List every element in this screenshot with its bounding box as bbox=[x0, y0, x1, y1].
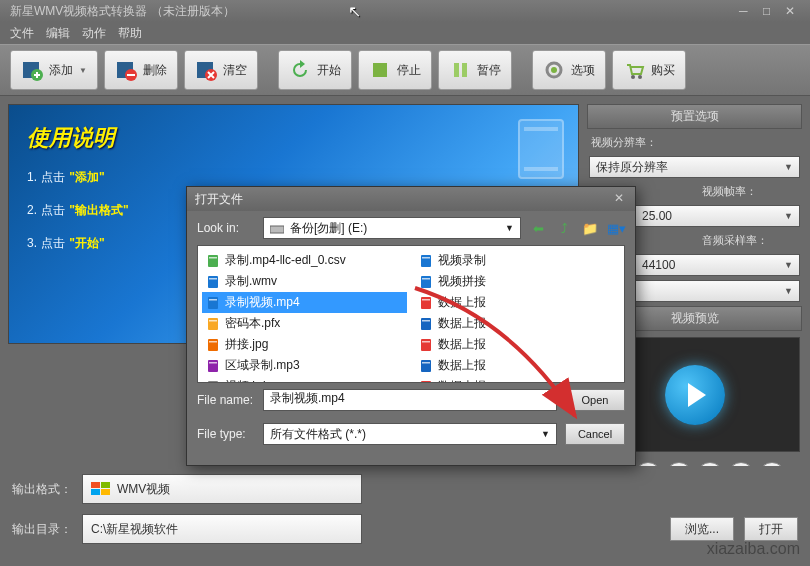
start-button[interactable]: 开始 bbox=[278, 50, 352, 90]
svg-point-12 bbox=[631, 75, 635, 79]
menu-file[interactable]: 文件 bbox=[10, 25, 34, 41]
svg-rect-25 bbox=[208, 318, 218, 330]
svg-point-13 bbox=[638, 75, 642, 79]
file-item[interactable]: 数据上报 bbox=[415, 355, 620, 376]
refresh-icon bbox=[289, 59, 311, 81]
filetype-label: File type: bbox=[197, 427, 255, 441]
banner-heading: 使用说明 bbox=[27, 123, 560, 153]
file-item[interactable]: 密码本.pfx bbox=[202, 313, 407, 334]
nav-up-icon[interactable]: ⤴ bbox=[555, 219, 573, 237]
filename-input[interactable]: 录制视频.mp4 bbox=[263, 389, 557, 411]
fps-select[interactable]: 25.00▼ bbox=[635, 205, 800, 227]
titlebar: 新星WMV视频格式转换器 （未注册版本） ─ □ ✕ bbox=[0, 0, 810, 22]
chevron-down-icon: ▼ bbox=[541, 429, 550, 439]
svg-rect-15 bbox=[101, 482, 110, 488]
window-title: 新星WMV视频格式转换器 （未注册版本） bbox=[10, 3, 235, 20]
windows-flag-icon bbox=[91, 482, 111, 496]
svg-rect-36 bbox=[422, 257, 430, 259]
svg-rect-37 bbox=[421, 276, 431, 288]
nav-newfolder-icon[interactable]: 📁 bbox=[581, 219, 599, 237]
file-item[interactable]: 拼接.jpg bbox=[202, 334, 407, 355]
svg-point-11 bbox=[551, 67, 557, 73]
film-add-icon bbox=[21, 59, 43, 81]
file-item[interactable]: 录制.wmv bbox=[202, 271, 407, 292]
output-format-select[interactable]: WMV视频 bbox=[82, 474, 362, 504]
open-dir-button[interactable]: 打开 bbox=[744, 517, 798, 541]
svg-rect-14 bbox=[91, 482, 100, 488]
file-item[interactable]: 视频.bd bbox=[202, 376, 407, 383]
svg-rect-20 bbox=[209, 257, 217, 259]
add-button[interactable]: 添加▼ bbox=[10, 50, 98, 90]
open-file-dialog: 打开文件 ✕ Look in: 备份[勿删] (E:) ▼ ⬅ ⤴ 📁 ▦▾ 录… bbox=[186, 186, 636, 466]
play-icon[interactable] bbox=[665, 365, 725, 425]
dialog-open-button[interactable]: Open bbox=[565, 389, 625, 411]
svg-rect-22 bbox=[209, 278, 217, 280]
svg-rect-16 bbox=[91, 489, 100, 495]
svg-rect-29 bbox=[208, 360, 218, 372]
menu-edit[interactable]: 编辑 bbox=[46, 25, 70, 41]
audiorate-select[interactable]: 44100▼ bbox=[635, 254, 800, 276]
pause-icon bbox=[449, 59, 471, 81]
dialog-close-icon[interactable]: ✕ bbox=[611, 191, 627, 207]
svg-rect-39 bbox=[421, 297, 431, 309]
file-item[interactable]: 数据上报 bbox=[415, 334, 620, 355]
svg-rect-7 bbox=[373, 63, 387, 77]
nav-back-icon[interactable]: ⬅ bbox=[529, 219, 547, 237]
stop-icon bbox=[369, 59, 391, 81]
lookin-select[interactable]: 备份[勿删] (E:) ▼ bbox=[263, 217, 521, 239]
output-dir-field[interactable]: C:\新星视频软件 bbox=[82, 514, 362, 544]
stop-button[interactable]: 停止 bbox=[358, 50, 432, 90]
file-item[interactable]: 数据上报 bbox=[415, 313, 620, 334]
dialog-cancel-button[interactable]: Cancel bbox=[565, 423, 625, 445]
file-item[interactable]: 数据上报 bbox=[415, 376, 620, 383]
svg-rect-17 bbox=[101, 489, 110, 495]
file-list[interactable]: 录制.mp4-llc-edl_0.csv录制.wmv录制视频.mp4密码本.pf… bbox=[197, 245, 625, 383]
maximize-icon[interactable]: □ bbox=[757, 4, 777, 18]
resolution-select[interactable]: 保持原分辨率▼ bbox=[589, 156, 800, 178]
svg-rect-24 bbox=[209, 299, 217, 301]
file-item[interactable]: 视频拼接 bbox=[415, 271, 620, 292]
svg-rect-43 bbox=[421, 339, 431, 351]
gear-icon bbox=[543, 59, 565, 81]
svg-rect-21 bbox=[208, 276, 218, 288]
file-item[interactable]: 录制.mp4-llc-edl_0.csv bbox=[202, 250, 407, 271]
resolution-label: 视频分辨率： bbox=[587, 133, 802, 152]
lookin-label: Look in: bbox=[197, 221, 255, 235]
svg-rect-19 bbox=[208, 255, 218, 267]
banner-line-1: 1. 点击 "添加" bbox=[27, 167, 560, 186]
audiorate-label: 音频采样率： bbox=[698, 231, 801, 250]
pause-button[interactable]: 暂停 bbox=[438, 50, 512, 90]
chevron-down-icon: ▼ bbox=[505, 223, 514, 233]
svg-rect-38 bbox=[422, 278, 430, 280]
file-item[interactable]: 视频录制 bbox=[415, 250, 620, 271]
chevron-down-icon: ▼ bbox=[784, 211, 793, 221]
chevron-down-icon: ▼ bbox=[79, 66, 87, 75]
output-bar: 输出格式： WMV视频 输出目录： C:\新星视频软件 浏览... 打开 bbox=[0, 466, 810, 566]
clear-button[interactable]: 清空 bbox=[184, 50, 258, 90]
close-icon[interactable]: ✕ bbox=[780, 4, 800, 18]
nav-view-icon[interactable]: ▦▾ bbox=[607, 219, 625, 237]
browse-button[interactable]: 浏览... bbox=[670, 517, 734, 541]
file-item[interactable]: 数据上报 bbox=[415, 292, 620, 313]
watermark: xiazaiba.com bbox=[707, 540, 800, 558]
main-window: ↖ 新星WMV视频格式转换器 （未注册版本） ─ □ ✕ 文件 编辑 动作 帮助… bbox=[0, 0, 810, 566]
output-format-label: 输出格式： bbox=[12, 481, 72, 498]
filetype-select[interactable]: 所有文件格式 (*.*)▼ bbox=[263, 423, 557, 445]
delete-button[interactable]: 删除 bbox=[104, 50, 178, 90]
minimize-icon[interactable]: ─ bbox=[733, 4, 753, 18]
film-clear-icon bbox=[195, 59, 217, 81]
svg-rect-28 bbox=[209, 341, 217, 343]
menu-action[interactable]: 动作 bbox=[82, 25, 106, 41]
chevron-down-icon: ▼ bbox=[784, 286, 793, 296]
file-item[interactable]: 区域录制.mp3 bbox=[202, 355, 407, 376]
menubar: 文件 编辑 动作 帮助 bbox=[0, 22, 810, 44]
options-button[interactable]: 选项 bbox=[532, 50, 606, 90]
svg-rect-30 bbox=[209, 362, 217, 364]
file-item[interactable]: 录制视频.mp4 bbox=[202, 292, 407, 313]
dialog-title: 打开文件 bbox=[195, 191, 243, 208]
menu-help[interactable]: 帮助 bbox=[118, 25, 142, 41]
buy-button[interactable]: 购买 bbox=[612, 50, 686, 90]
svg-rect-27 bbox=[208, 339, 218, 351]
svg-rect-35 bbox=[421, 255, 431, 267]
film-frame-icon bbox=[518, 119, 564, 179]
